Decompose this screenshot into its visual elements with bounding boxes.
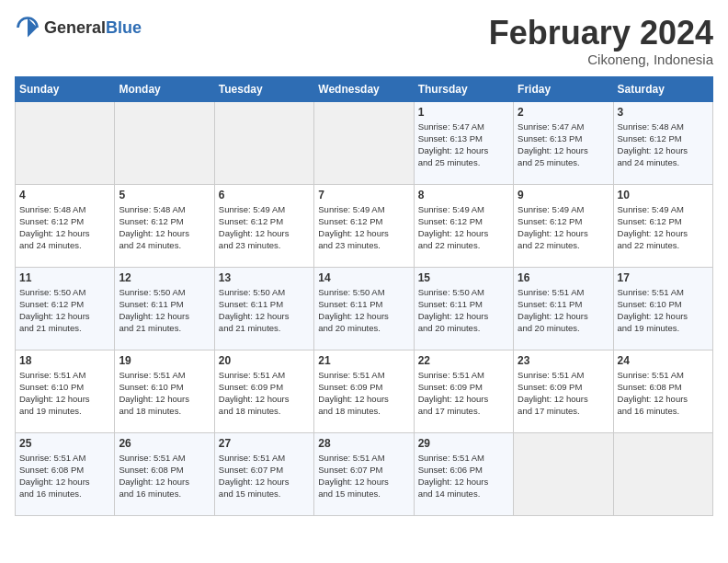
header-day-sunday: Sunday: [16, 76, 115, 101]
day-number: 15: [418, 271, 509, 284]
calendar-cell: 2Sunrise: 5:47 AM Sunset: 6:13 PM Daylig…: [514, 101, 613, 184]
day-number: 14: [318, 271, 409, 284]
calendar-cell: 25Sunrise: 5:51 AM Sunset: 6:08 PM Dayli…: [16, 432, 115, 515]
day-number: 13: [219, 271, 310, 284]
day-info: Sunrise: 5:51 AM Sunset: 6:11 PM Dayligh…: [518, 286, 609, 335]
header-day-tuesday: Tuesday: [214, 76, 313, 101]
day-number: 3: [618, 106, 709, 119]
calendar-cell: 22Sunrise: 5:51 AM Sunset: 6:09 PM Dayli…: [414, 350, 513, 432]
week-row-0: 1Sunrise: 5:47 AM Sunset: 6:13 PM Daylig…: [16, 101, 713, 184]
day-number: 11: [19, 271, 110, 284]
day-number: 28: [318, 437, 409, 450]
header-day-thursday: Thursday: [414, 76, 513, 101]
day-number: 21: [318, 354, 409, 367]
day-number: 25: [19, 437, 110, 450]
week-row-3: 18Sunrise: 5:51 AM Sunset: 6:10 PM Dayli…: [16, 350, 713, 432]
day-number: 29: [418, 437, 509, 450]
calendar-cell: 1Sunrise: 5:47 AM Sunset: 6:13 PM Daylig…: [414, 101, 513, 184]
day-info: Sunrise: 5:51 AM Sunset: 6:08 PM Dayligh…: [618, 369, 709, 418]
calendar-cell: 7Sunrise: 5:49 AM Sunset: 6:12 PM Daylig…: [314, 184, 414, 267]
header-day-friday: Friday: [514, 76, 613, 101]
calendar-cell: [613, 432, 712, 515]
day-info: Sunrise: 5:51 AM Sunset: 6:07 PM Dayligh…: [318, 452, 409, 500]
week-row-4: 25Sunrise: 5:51 AM Sunset: 6:08 PM Dayli…: [16, 432, 713, 515]
calendar-cell: 28Sunrise: 5:51 AM Sunset: 6:07 PM Dayli…: [314, 432, 414, 515]
subtitle: Cikoneng, Indonesia: [489, 52, 713, 67]
calendar-cell: 18Sunrise: 5:51 AM Sunset: 6:10 PM Dayli…: [16, 350, 115, 432]
day-info: Sunrise: 5:50 AM Sunset: 6:11 PM Dayligh…: [119, 286, 210, 335]
calendar-cell: 8Sunrise: 5:49 AM Sunset: 6:12 PM Daylig…: [414, 184, 513, 267]
logo: GeneralBlue: [15, 15, 142, 40]
day-number: 4: [19, 189, 110, 201]
day-number: 23: [518, 354, 609, 367]
day-info: Sunrise: 5:49 AM Sunset: 6:12 PM Dayligh…: [219, 203, 310, 252]
calendar-cell: [214, 101, 313, 184]
day-info: Sunrise: 5:47 AM Sunset: 6:13 PM Dayligh…: [518, 121, 609, 169]
calendar-cell: 17Sunrise: 5:51 AM Sunset: 6:10 PM Dayli…: [613, 267, 712, 350]
logo-text-general: General: [44, 18, 106, 37]
header-day-wednesday: Wednesday: [314, 76, 414, 101]
header-day-saturday: Saturday: [613, 76, 712, 101]
day-info: Sunrise: 5:47 AM Sunset: 6:13 PM Dayligh…: [418, 121, 509, 169]
day-number: 9: [518, 189, 609, 201]
day-info: Sunrise: 5:51 AM Sunset: 6:09 PM Dayligh…: [318, 369, 409, 418]
day-number: 24: [618, 354, 709, 367]
calendar-cell: 10Sunrise: 5:49 AM Sunset: 6:12 PM Dayli…: [613, 184, 712, 267]
day-number: 18: [19, 354, 110, 367]
day-info: Sunrise: 5:51 AM Sunset: 6:09 PM Dayligh…: [418, 369, 509, 418]
month-title: February 2024: [489, 15, 713, 52]
week-row-2: 11Sunrise: 5:50 AM Sunset: 6:12 PM Dayli…: [16, 267, 713, 350]
day-number: 5: [119, 189, 210, 201]
calendar-body: 1Sunrise: 5:47 AM Sunset: 6:13 PM Daylig…: [16, 101, 713, 515]
calendar-cell: [514, 432, 613, 515]
day-info: Sunrise: 5:48 AM Sunset: 6:12 PM Dayligh…: [19, 203, 110, 252]
day-number: 22: [418, 354, 509, 367]
day-info: Sunrise: 5:49 AM Sunset: 6:12 PM Dayligh…: [318, 203, 409, 252]
calendar-cell: 20Sunrise: 5:51 AM Sunset: 6:09 PM Dayli…: [214, 350, 313, 432]
day-number: 8: [418, 189, 509, 201]
calendar-cell: 6Sunrise: 5:49 AM Sunset: 6:12 PM Daylig…: [214, 184, 313, 267]
day-number: 12: [119, 271, 210, 284]
day-number: 6: [219, 189, 310, 201]
calendar-cell: 21Sunrise: 5:51 AM Sunset: 6:09 PM Dayli…: [314, 350, 414, 432]
day-info: Sunrise: 5:48 AM Sunset: 6:12 PM Dayligh…: [618, 121, 709, 169]
calendar-cell: 3Sunrise: 5:48 AM Sunset: 6:12 PM Daylig…: [613, 101, 712, 184]
calendar-cell: 5Sunrise: 5:48 AM Sunset: 6:12 PM Daylig…: [115, 184, 214, 267]
calendar-cell: [115, 101, 214, 184]
header: GeneralBlue February 2024 Cikoneng, Indo…: [15, 15, 713, 67]
day-info: Sunrise: 5:51 AM Sunset: 6:10 PM Dayligh…: [119, 369, 210, 418]
calendar-cell: 26Sunrise: 5:51 AM Sunset: 6:08 PM Dayli…: [115, 432, 214, 515]
day-info: Sunrise: 5:49 AM Sunset: 6:12 PM Dayligh…: [418, 203, 509, 252]
calendar-cell: [16, 101, 115, 184]
day-number: 19: [119, 354, 210, 367]
calendar-cell: 29Sunrise: 5:51 AM Sunset: 6:06 PM Dayli…: [414, 432, 513, 515]
logo-icon: [15, 15, 40, 40]
calendar-cell: 9Sunrise: 5:49 AM Sunset: 6:12 PM Daylig…: [514, 184, 613, 267]
day-number: 7: [318, 189, 409, 201]
day-info: Sunrise: 5:51 AM Sunset: 6:09 PM Dayligh…: [219, 369, 310, 418]
title-area: February 2024 Cikoneng, Indonesia: [489, 15, 713, 67]
day-number: 2: [518, 106, 609, 119]
day-info: Sunrise: 5:51 AM Sunset: 6:10 PM Dayligh…: [19, 369, 110, 418]
day-info: Sunrise: 5:51 AM Sunset: 6:07 PM Dayligh…: [219, 452, 310, 500]
calendar-cell: 11Sunrise: 5:50 AM Sunset: 6:12 PM Dayli…: [16, 267, 115, 350]
day-number: 27: [219, 437, 310, 450]
calendar-cell: 19Sunrise: 5:51 AM Sunset: 6:10 PM Dayli…: [115, 350, 214, 432]
day-info: Sunrise: 5:51 AM Sunset: 6:08 PM Dayligh…: [19, 452, 110, 500]
day-info: Sunrise: 5:51 AM Sunset: 6:06 PM Dayligh…: [418, 452, 509, 500]
day-info: Sunrise: 5:50 AM Sunset: 6:12 PM Dayligh…: [19, 286, 110, 335]
header-day-monday: Monday: [115, 76, 214, 101]
calendar-cell: 4Sunrise: 5:48 AM Sunset: 6:12 PM Daylig…: [16, 184, 115, 267]
calendar-cell: 15Sunrise: 5:50 AM Sunset: 6:11 PM Dayli…: [414, 267, 513, 350]
header-row: SundayMondayTuesdayWednesdayThursdayFrid…: [16, 76, 713, 101]
day-info: Sunrise: 5:51 AM Sunset: 6:10 PM Dayligh…: [618, 286, 709, 335]
calendar-cell: 27Sunrise: 5:51 AM Sunset: 6:07 PM Dayli…: [214, 432, 313, 515]
calendar-cell: 23Sunrise: 5:51 AM Sunset: 6:09 PM Dayli…: [514, 350, 613, 432]
day-number: 20: [219, 354, 310, 367]
day-info: Sunrise: 5:49 AM Sunset: 6:12 PM Dayligh…: [618, 203, 709, 252]
day-number: 10: [618, 189, 709, 201]
calendar-cell: 13Sunrise: 5:50 AM Sunset: 6:11 PM Dayli…: [214, 267, 313, 350]
day-info: Sunrise: 5:50 AM Sunset: 6:11 PM Dayligh…: [418, 286, 509, 335]
week-row-1: 4Sunrise: 5:48 AM Sunset: 6:12 PM Daylig…: [16, 184, 713, 267]
day-info: Sunrise: 5:50 AM Sunset: 6:11 PM Dayligh…: [219, 286, 310, 335]
